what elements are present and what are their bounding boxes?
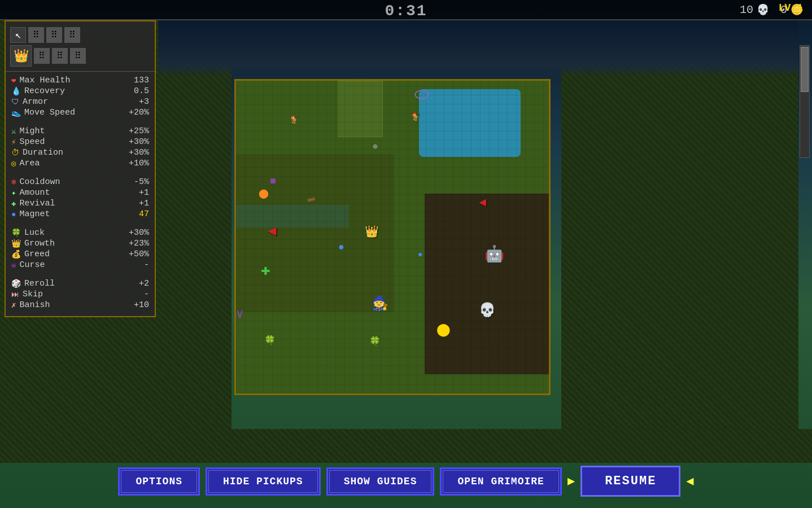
stat-name-luck: Luck — [24, 228, 45, 238]
stat-label-recovery: 💧 Recovery — [11, 86, 65, 96]
heart-icon: ❤ — [11, 76, 16, 85]
char-icon-4: ⠿ — [34, 48, 50, 64]
stat-value-skip: - — [144, 290, 149, 299]
stat-name-skip: Skip — [23, 290, 43, 299]
hide-pickups-button[interactable]: Hide Pickups — [206, 467, 321, 496]
char-icon-6: ⠿ — [70, 48, 86, 64]
might-icon: ⚔ — [11, 126, 16, 136]
power-stats-section: ⚔ Might +25% ⚡ Speed +30% ⏱ Duration +30… — [6, 126, 155, 169]
open-grimoire-button[interactable]: Open Grimoire — [440, 467, 561, 496]
stat-value-area: +10% — [129, 159, 149, 168]
stats-panel: ↖ ⠿ ⠿ ⠿ 👑 ⠿ ⠿ ⠿ ❤ Max Health 133 💧 Recov… — [5, 20, 156, 317]
stat-value-cooldown: -5% — [134, 177, 149, 187]
divider-4 — [6, 273, 155, 276]
growth-icon: 👑 — [11, 239, 21, 248]
arrow-decoration-left: ▶ — [567, 474, 575, 489]
stat-row-greed: 💰 Greed +50% — [6, 249, 155, 260]
stat-label-amount: ✦ Amount — [11, 188, 50, 198]
resume-button[interactable]: RESUME — [580, 466, 680, 497]
stat-name-reroll: Reroll — [24, 279, 55, 288]
magnet-icon: ● — [11, 210, 16, 219]
stat-value-greed: +50% — [129, 249, 149, 259]
map-crown-entity: 👑 — [365, 225, 379, 239]
stat-label-revival: ✚ Revival — [11, 199, 55, 208]
top-sky-area — [158, 20, 798, 77]
divider-1 — [6, 120, 155, 124]
stat-row-reroll: 🎲 Reroll +2 — [6, 278, 155, 289]
speed-stat-icon: ⚡ — [11, 137, 16, 147]
map-arrow-left: ◀ — [268, 222, 277, 240]
stat-row-speed: ⚡ Speed +30% — [6, 137, 155, 147]
stat-row-armor: 🛡 Armor +3 — [6, 97, 155, 107]
stat-label-duration: ⏱ Duration — [11, 148, 63, 157]
show-guides-button[interactable]: Show Guides — [326, 467, 435, 496]
stat-value-recovery: 0.5 — [134, 86, 149, 96]
map-clover: 🍀 — [264, 335, 276, 346]
stat-label-movespeed: 👟 Move Speed — [11, 108, 75, 117]
luck-stats-section: 🍀 Luck +30% 👑 Growth +23% 💰 Greed +50% ☠… — [6, 227, 155, 270]
stat-name-duration: Duration — [23, 148, 63, 157]
stat-name-revival: Revival — [19, 199, 55, 208]
special-stats-section: ❄ Cooldown -5% ✦ Amount +1 ✚ Revival +1 … — [6, 177, 155, 220]
bottom-hedge — [0, 429, 812, 463]
stat-row-area: ◎ Area +10% — [6, 158, 155, 169]
stat-value-revival: +1 — [139, 199, 149, 208]
stat-row-magnet: ● Magnet 47 — [6, 209, 155, 220]
stat-label-skip: ⏭ Skip — [11, 290, 43, 299]
stat-row-banish: ✗ Banish +10 — [6, 300, 155, 310]
stat-label-armor: 🛡 Armor — [11, 97, 48, 107]
stat-name-greed: Greed — [24, 249, 50, 259]
luck-icon: 🍀 — [11, 228, 21, 238]
map-v-shape: ∨ — [236, 306, 243, 322]
map-blue-orb-1: ● — [338, 242, 344, 253]
cooldown-icon: ❄ — [11, 177, 16, 187]
scrollbar-thumb[interactable] — [801, 47, 809, 92]
divider-2 — [6, 171, 155, 174]
greed-icon: 💰 — [11, 249, 21, 259]
char-icon-crown: 👑 — [10, 45, 32, 67]
divider-3 — [6, 222, 155, 225]
map-tiles — [236, 81, 549, 393]
map-ring: ⬭ — [414, 85, 429, 104]
stat-label-might: ⚔ Might — [11, 126, 45, 136]
timer-display: 0:31 — [385, 2, 427, 20]
skull-count: 10 — [740, 3, 753, 16]
map-item-2: 🐓 — [411, 112, 421, 121]
stat-row-skip: ⏭ Skip - — [6, 289, 155, 300]
stat-name-armor: Armor — [23, 97, 48, 107]
stat-value-reroll: +2 — [139, 279, 149, 288]
stat-value-amount: +1 — [139, 188, 149, 198]
stat-name-recovery: Recovery — [24, 86, 65, 96]
stat-value-luck: +30% — [129, 228, 149, 238]
map-green-cross: ✚ — [261, 260, 270, 279]
stat-row-growth: 👑 Growth +23% — [6, 238, 155, 249]
stat-label-reroll: 🎲 Reroll — [11, 279, 55, 288]
map-clover-2: 🍀 — [369, 336, 381, 347]
stat-label-speed: ⚡ Speed — [11, 137, 45, 147]
right-scrollbar[interactable] — [800, 45, 810, 158]
map-player: 🧙 — [372, 295, 388, 312]
stat-label-magnet: ● Magnet — [11, 209, 50, 219]
map-item-1: 🐓 — [290, 115, 299, 124]
duration-icon: ⏱ — [11, 148, 19, 157]
stat-name-might: Might — [19, 126, 45, 136]
level-badge: LV 1 — [779, 2, 803, 14]
stat-row-amount: ✦ Amount +1 — [6, 187, 155, 198]
options-button[interactable]: OPTIONS — [118, 467, 200, 496]
stat-row-movespeed: 👟 Move Speed +20% — [6, 107, 155, 118]
base-stats-section: ❤ Max Health 133 💧 Recovery 0.5 🛡 Armor … — [6, 75, 155, 118]
stat-label-area: ◎ Area — [11, 159, 40, 168]
stat-value-banish: +10 — [134, 300, 149, 310]
stat-label-greed: 💰 Greed — [11, 249, 50, 259]
stat-label-cooldown: ❄ Cooldown — [11, 177, 60, 187]
char-icon-row-1: ↖ ⠿ ⠿ ⠿ — [10, 27, 80, 43]
speed-icon: 👟 — [11, 108, 21, 117]
right-hedge — [561, 20, 798, 463]
stat-value-curse: - — [144, 260, 149, 270]
skull-counter: 10 💀 — [740, 3, 769, 16]
stat-name-amount: Amount — [19, 188, 50, 198]
stat-row-maxhealth: ❤ Max Health 133 — [6, 75, 155, 86]
stat-row-cooldown: ❄ Cooldown -5% — [6, 177, 155, 187]
char-icons-area: ↖ ⠿ ⠿ ⠿ 👑 ⠿ ⠿ ⠿ — [6, 25, 155, 72]
stat-row-might: ⚔ Might +25% — [6, 126, 155, 137]
